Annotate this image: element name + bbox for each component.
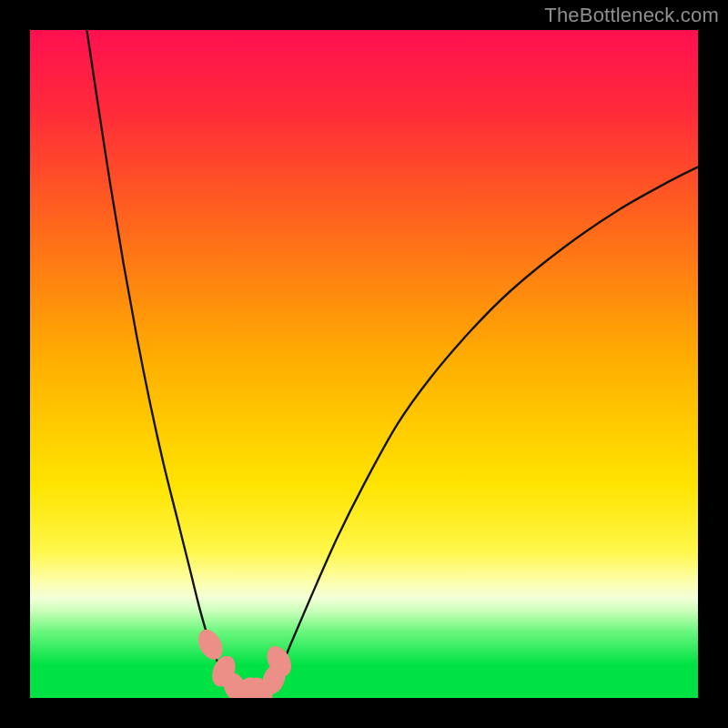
bottleneck-curve-chart <box>30 30 698 698</box>
watermark-text: TheBottleneck.com <box>544 4 719 27</box>
plot-area <box>30 30 698 698</box>
chart-frame: TheBottleneck.com <box>0 0 728 728</box>
gradient-background <box>30 30 698 698</box>
